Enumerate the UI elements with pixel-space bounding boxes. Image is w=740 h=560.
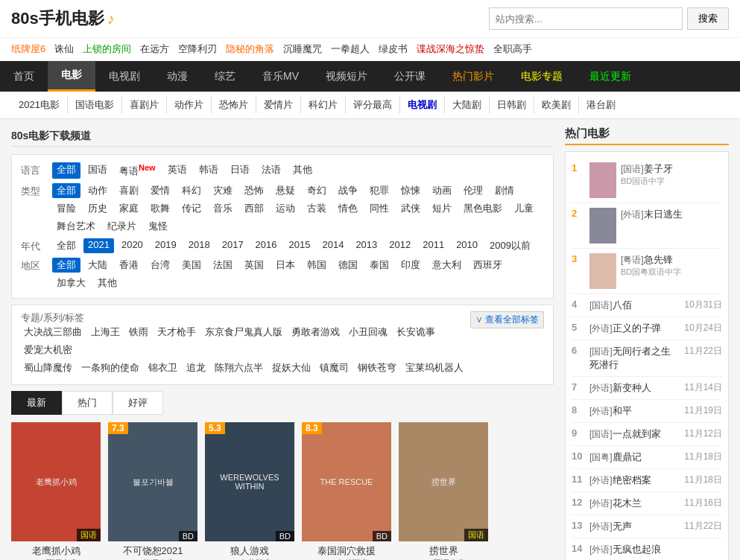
- nav-item-电视剧[interactable]: 电视剧: [95, 63, 154, 91]
- hot-movie-item[interactable]: 5[外语]正义的子弹10月24日: [572, 317, 722, 340]
- sub-nav-movie-item[interactable]: 科幻片: [301, 96, 346, 114]
- filter-tag[interactable]: 动画: [428, 183, 456, 198]
- filter-tag[interactable]: 韩语: [195, 162, 223, 179]
- filter-tag[interactable]: 儿童: [510, 201, 538, 216]
- sort-tab-最新[interactable]: 最新: [11, 391, 62, 415]
- hot-movie-item[interactable]: 11[外语]绝密档案11月18日: [572, 469, 722, 492]
- filter-tag[interactable]: 动作: [83, 183, 112, 198]
- movie-card[interactable]: 老鹰抓小鸡国语老鹰抓小鸡HD国语中字: [11, 422, 101, 560]
- filter-tag[interactable]: 歌舞: [146, 201, 174, 216]
- filter-tag[interactable]: 2015: [285, 238, 315, 253]
- sub-nav-tv-label[interactable]: 电视剧: [400, 96, 445, 114]
- sub-nav-movie-item[interactable]: 动作片: [167, 96, 212, 114]
- hot-link[interactable]: 在远方: [140, 42, 169, 56]
- hot-link[interactable]: 上锁的房间: [83, 42, 131, 56]
- hot-link[interactable]: 全职高手: [493, 42, 532, 56]
- tag-item[interactable]: 铁雨: [126, 325, 151, 340]
- filter-tag[interactable]: 法语: [257, 162, 285, 179]
- filter-tag[interactable]: 2021: [83, 238, 114, 253]
- movie-card[interactable]: THE RESCUE8.3BD泰国洞穴救援HD中英双字: [302, 422, 391, 560]
- hot-movie-name[interactable]: [国语]八佰: [589, 299, 680, 312]
- filter-tag[interactable]: 2011: [418, 238, 449, 253]
- tag-item[interactable]: 锦衣卫: [145, 360, 180, 375]
- movie-card[interactable]: 捞世界国语捞世界HD国语中字: [399, 422, 488, 560]
- nav-item-综艺[interactable]: 综艺: [201, 63, 249, 91]
- hot-movie-name[interactable]: [外语]花木兰: [589, 497, 680, 510]
- filter-tag[interactable]: 日本: [271, 258, 300, 273]
- hot-movie-item[interactable]: 6[国语]无间行者之生死潜行11月22日: [572, 340, 722, 377]
- hot-movie-name[interactable]: [国粤]鹿鼎记: [589, 451, 680, 464]
- filter-tag[interactable]: 全部: [52, 183, 80, 198]
- filter-tag[interactable]: 犯罪: [365, 183, 393, 198]
- sub-nav-tv-item[interactable]: 大陆剧: [445, 96, 490, 114]
- filter-tag[interactable]: 恐怖: [240, 183, 268, 198]
- hot-movie-item[interactable]: 14[外语]无疯也起浪: [572, 538, 722, 560]
- search-button[interactable]: 搜索: [687, 7, 729, 30]
- nav-item-动漫[interactable]: 动漫: [154, 63, 201, 91]
- filter-tag[interactable]: 战争: [334, 183, 362, 198]
- filter-tag[interactable]: 喜剧: [115, 183, 143, 198]
- hot-movie-item[interactable]: 8[外语]和平11月19日: [572, 400, 722, 423]
- filter-tag[interactable]: 2013: [351, 238, 382, 253]
- hot-link[interactable]: 隐秘的角落: [226, 42, 274, 56]
- hot-link[interactable]: 沉睡魔咒: [283, 42, 322, 56]
- hot-movie-item[interactable]: 1[国语]姜子牙BD国语中字: [572, 158, 722, 203]
- hot-link[interactable]: 空降利刃: [178, 42, 217, 56]
- nav-item-公开课[interactable]: 公开课: [381, 63, 439, 91]
- filter-tag[interactable]: 国语: [83, 162, 112, 179]
- filter-tag[interactable]: 2012: [385, 238, 415, 253]
- hot-movie-name[interactable]: [外语]绝密档案: [589, 474, 680, 487]
- filter-tag[interactable]: 粤语New: [115, 162, 160, 179]
- filter-tag[interactable]: 情色: [334, 201, 362, 216]
- tag-item[interactable]: 陈翔六点半: [212, 360, 266, 375]
- filter-tag[interactable]: 奇幻: [303, 183, 331, 198]
- filter-tag[interactable]: 韩国: [303, 258, 331, 273]
- filter-tag[interactable]: 冒险: [52, 201, 80, 216]
- movie-card[interactable]: WEREWOLVES WITHIN5.3BD狼人游戏BD中英双字: [205, 422, 294, 560]
- filter-tag[interactable]: 历史: [83, 201, 112, 216]
- sub-nav-movie-item[interactable]: 评分最高: [346, 96, 400, 114]
- filter-tag[interactable]: 家庭: [115, 201, 143, 216]
- filter-tag[interactable]: 全部: [52, 258, 80, 273]
- sub-nav-tv-item[interactable]: 欧美剧: [534, 96, 579, 114]
- hot-movie-item[interactable]: 10[国粤]鹿鼎记11月18日: [572, 446, 722, 469]
- hot-movie-item[interactable]: 9[国语]一点就到家11月12日: [572, 423, 722, 446]
- hot-movie-name[interactable]: [国语]姜子牙: [621, 162, 722, 176]
- filter-tag[interactable]: 日语: [226, 162, 254, 179]
- filter-tag[interactable]: 大陆: [83, 258, 112, 273]
- sub-nav-movie-item[interactable]: 爱情片: [256, 96, 301, 114]
- nav-item-热门影片[interactable]: 热门影片: [439, 63, 507, 91]
- sub-nav-tv-item[interactable]: 日韩剧: [490, 96, 534, 114]
- tag-item[interactable]: 蜀山降魔传: [21, 360, 75, 375]
- hot-movie-name[interactable]: [国语]一点就到家: [589, 427, 680, 441]
- filter-tag[interactable]: 意大利: [428, 258, 466, 273]
- movie-card[interactable]: 불포기바블7.3BD不可饶恕2021BD英语中字: [108, 422, 197, 560]
- filter-tag[interactable]: 英国: [240, 258, 268, 273]
- filter-tag[interactable]: 英语: [163, 162, 192, 179]
- filter-tag[interactable]: 印度: [396, 258, 425, 273]
- tag-item[interactable]: 镇魔司: [317, 360, 352, 375]
- filter-tag[interactable]: 爱情: [146, 183, 174, 198]
- tag-item[interactable]: 爱宠大机密: [21, 343, 75, 357]
- filter-tag[interactable]: 香港: [115, 258, 143, 273]
- hot-link[interactable]: 诛仙: [54, 42, 74, 56]
- filter-tag[interactable]: 泰国: [365, 258, 393, 273]
- tag-item[interactable]: 一条狗的使命: [78, 360, 142, 375]
- filter-tag[interactable]: 2016: [251, 238, 282, 253]
- nav-item-视频短片[interactable]: 视频短片: [312, 63, 381, 91]
- filter-tag[interactable]: 加拿大: [52, 276, 90, 290]
- tag-item[interactable]: 追龙: [183, 360, 209, 375]
- tag-item[interactable]: 宝莱坞机器人: [402, 360, 467, 375]
- filter-tag[interactable]: 台湾: [146, 258, 174, 273]
- hot-movie-name[interactable]: [外语]新变种人: [589, 381, 680, 395]
- filter-tag[interactable]: 西部: [240, 201, 268, 216]
- filter-tag[interactable]: 科幻: [177, 183, 206, 198]
- hot-movie-name[interactable]: [粤语]急先锋: [621, 253, 722, 267]
- sub-nav-movie-item[interactable]: 2021电影: [11, 96, 68, 114]
- filter-tag[interactable]: 纪录片: [103, 219, 141, 234]
- filter-tag[interactable]: 悬疑: [271, 183, 300, 198]
- filter-tag[interactable]: 剧情: [490, 183, 519, 198]
- filter-tag[interactable]: 2009以前: [485, 238, 535, 253]
- filter-tag[interactable]: 传记: [177, 201, 206, 216]
- filter-tag[interactable]: 其他: [288, 162, 317, 179]
